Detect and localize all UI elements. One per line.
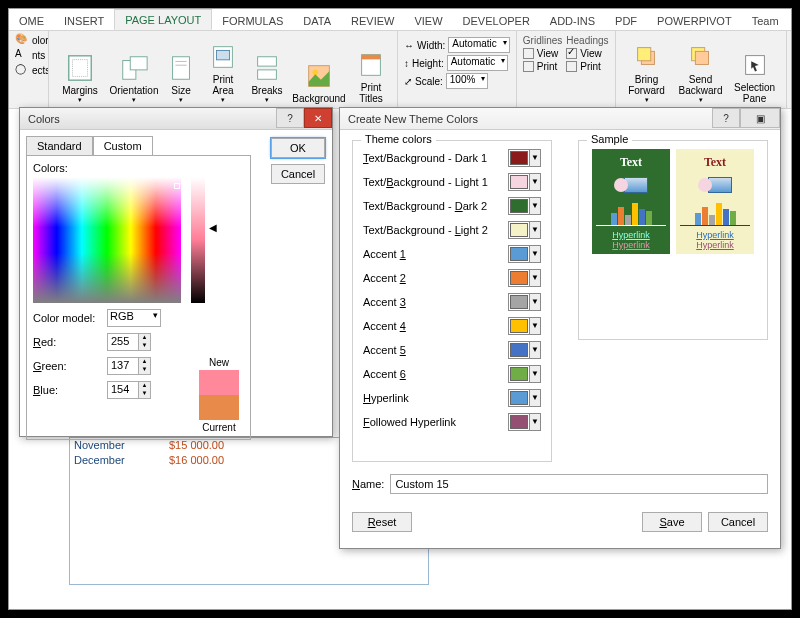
theme-color-row: Followed Hyperlink▼: [363, 413, 541, 431]
breaks-button[interactable]: Breaks▾: [247, 33, 287, 106]
sample-fieldset: Sample Text Hyperlink Hyperlink Text Hyp…: [578, 140, 768, 340]
themes-fonts[interactable]: Ants▾: [15, 48, 49, 62]
close-button[interactable]: ✕: [304, 108, 332, 128]
selection-pane-button[interactable]: Selection Pane: [730, 33, 780, 106]
theme-colors-fieldset: Theme colors Text/Background - Dark 1▼Te…: [352, 140, 552, 462]
green-spinner[interactable]: 137▲▼: [107, 357, 151, 375]
theme-name-input[interactable]: [390, 474, 768, 494]
svg-rect-16: [637, 48, 650, 61]
theme-color-dropdown[interactable]: ▼: [508, 317, 541, 335]
margins-button[interactable]: Margins▾: [55, 33, 105, 106]
color-model-select[interactable]: RGB: [107, 309, 161, 327]
ribbon-scale-group: ↔Width: Automatic ↕Height: Automatic ⤢Sc…: [398, 31, 517, 108]
colors-icon: 🎨: [15, 33, 29, 47]
theme-color-row: Text/Background - Dark 2▼: [363, 197, 541, 215]
cell-label[interactable]: December: [74, 454, 125, 466]
ok-button[interactable]: OK: [271, 138, 325, 158]
theme-color-dropdown[interactable]: ▼: [508, 245, 541, 263]
effects-icon: ◯: [15, 63, 29, 77]
theme-color-label: Text/Background - Light 1: [363, 176, 508, 188]
headings-view-check[interactable]: [566, 48, 577, 59]
bring-forward-button[interactable]: Bring Forward▾: [622, 33, 672, 106]
theme-color-dropdown[interactable]: ▼: [508, 365, 541, 383]
color-preview: [199, 370, 239, 420]
bring-forward-icon: [632, 42, 662, 72]
themes-effects[interactable]: ◯ects▾: [15, 63, 49, 77]
theme-color-dropdown[interactable]: ▼: [508, 389, 541, 407]
svg-rect-18: [695, 52, 708, 65]
orientation-button[interactable]: Orientation▾: [109, 33, 159, 106]
ribbon-tab-ome[interactable]: OME: [9, 11, 54, 30]
cancel-button[interactable]: Cancel: [708, 512, 768, 532]
color-spectrum[interactable]: [33, 177, 181, 303]
blue-label: Blue:: [33, 384, 103, 396]
theme-color-row: Text/Background - Light 2▼: [363, 221, 541, 239]
gridlines-view-check[interactable]: [523, 48, 534, 59]
new-label: New: [194, 357, 244, 368]
theme-color-dropdown[interactable]: ▼: [508, 197, 541, 215]
themes-colors[interactable]: 🎨olors▾: [15, 33, 49, 47]
theme-color-row: Accent 2▼: [363, 269, 541, 287]
luminance-arrow-icon[interactable]: ◀: [209, 222, 217, 233]
ribbon-tab-view[interactable]: VIEW: [404, 11, 452, 30]
ribbon-tab-powerpivot[interactable]: POWERPIVOT: [647, 11, 742, 30]
theme-color-dropdown[interactable]: ▼: [508, 173, 541, 191]
ribbon-tab-data[interactable]: DATA: [293, 11, 341, 30]
scale-combo[interactable]: 100%: [446, 73, 489, 89]
theme-color-row: Text/Background - Dark 1▼: [363, 149, 541, 167]
theme-color-label: Accent 1: [363, 248, 508, 260]
theme-color-dropdown[interactable]: ▼: [508, 221, 541, 239]
headings-print-check[interactable]: [566, 61, 577, 72]
print-titles-icon: [356, 50, 386, 80]
ribbon-tab-pdf[interactable]: PDF: [605, 11, 647, 30]
theme-color-dropdown[interactable]: ▼: [508, 293, 541, 311]
luminance-strip[interactable]: [191, 177, 205, 303]
width-combo[interactable]: Automatic: [448, 37, 509, 53]
reset-button[interactable]: Reset: [352, 512, 412, 532]
cell-value[interactable]: $16 000.00: [169, 454, 224, 466]
colors-dialog: Colors ? ✕ Standard Custom Colors: ◀ Col…: [19, 107, 333, 437]
theme-color-dropdown[interactable]: ▼: [508, 269, 541, 287]
print-titles-button[interactable]: Print Titles: [351, 33, 391, 106]
send-backward-icon: [686, 42, 716, 72]
svg-rect-3: [130, 57, 147, 70]
theme-color-label: Followed Hyperlink: [363, 416, 508, 428]
theme-color-dropdown[interactable]: ▼: [508, 149, 541, 167]
theme-color-dropdown[interactable]: ▼: [508, 341, 541, 359]
ribbon-tab-team[interactable]: Team: [742, 11, 789, 30]
ribbon-tabs: OMEINSERTPAGE LAYOUTFORMULASDATAREVIEWVI…: [9, 9, 791, 31]
ribbon-tab-review[interactable]: REVIEW: [341, 11, 404, 30]
theme-dialog-title[interactable]: Create New Theme Colors ? ▣: [340, 108, 780, 130]
ribbon-tab-add-ins[interactable]: ADD-INS: [540, 11, 605, 30]
close-button[interactable]: ▣: [740, 108, 780, 128]
help-button[interactable]: ?: [276, 108, 304, 128]
ribbon-themes-group: 🎨olors▾ Ants▾ ◯ects▾: [9, 31, 49, 108]
spectrum-cursor[interactable]: [174, 183, 180, 189]
theme-color-row: Accent 3▼: [363, 293, 541, 311]
background-button[interactable]: Background: [291, 33, 347, 106]
save-button[interactable]: Save: [642, 512, 702, 532]
color-model-label: Color model:: [33, 312, 103, 324]
ribbon-tab-insert[interactable]: INSERT: [54, 11, 114, 30]
size-button[interactable]: Size▾: [163, 33, 199, 106]
tab-custom[interactable]: Custom: [93, 136, 153, 155]
help-button[interactable]: ?: [712, 108, 740, 128]
theme-color-dropdown[interactable]: ▼: [508, 413, 541, 431]
ribbon-tab-page-layout[interactable]: PAGE LAYOUT: [114, 9, 212, 30]
width-icon: ↔: [404, 40, 414, 51]
cancel-button[interactable]: Cancel: [271, 164, 325, 184]
theme-color-label: Hyperlink: [363, 392, 508, 404]
ribbon: 🎨olors▾ Ants▾ ◯ects▾ Margins▾ Orientatio…: [9, 31, 791, 109]
svg-rect-4: [173, 57, 190, 80]
height-combo[interactable]: Automatic: [447, 55, 508, 71]
send-backward-button[interactable]: Send Backward▾: [676, 33, 726, 106]
ribbon-tab-formulas[interactable]: FORMULAS: [212, 11, 293, 30]
ribbon-tab-developer[interactable]: DEVELOPER: [453, 11, 540, 30]
colors-dialog-title[interactable]: Colors ? ✕: [20, 108, 332, 130]
print-area-button[interactable]: Print Area▾: [203, 33, 243, 106]
blue-spinner[interactable]: 154▲▼: [107, 381, 151, 399]
tab-standard[interactable]: Standard: [26, 136, 93, 155]
red-spinner[interactable]: 255▲▼: [107, 333, 151, 351]
theme-color-label: Accent 4: [363, 320, 508, 332]
gridlines-print-check[interactable]: [523, 61, 534, 72]
